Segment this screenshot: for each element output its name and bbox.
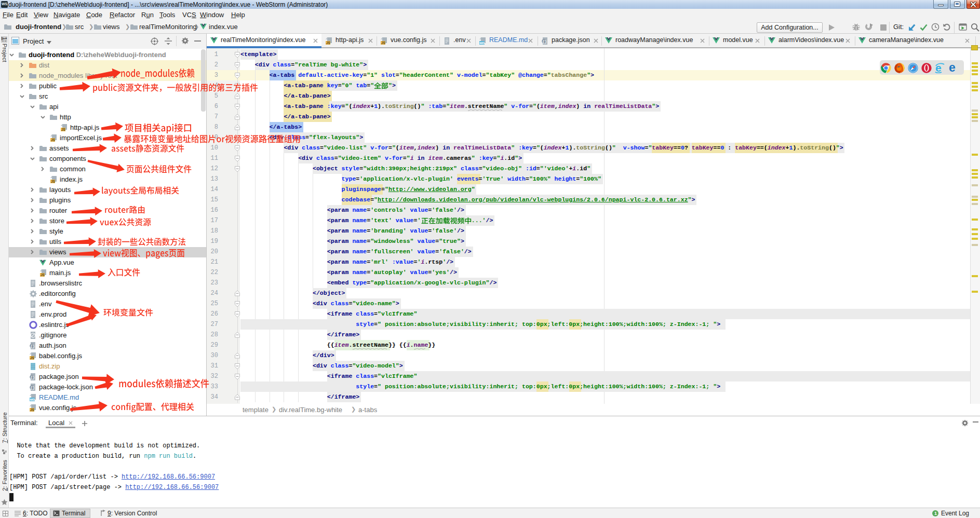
svg-text:JS: JS	[61, 128, 66, 131]
svg-text:JS: JS	[326, 41, 331, 45]
svg-text:MD: MD	[480, 41, 485, 45]
svg-text:{}: {}	[543, 39, 547, 44]
svg-text:MD: MD	[30, 398, 35, 401]
svg-text:JS: JS	[41, 273, 45, 277]
svg-text:JS: JS	[381, 41, 386, 45]
svg-text:JS: JS	[30, 356, 35, 360]
svg-text:{}: {}	[31, 386, 35, 390]
svg-text:e: e	[949, 63, 956, 73]
svg-text:{}: {}	[31, 344, 35, 348]
svg-text:JS: JS	[51, 138, 56, 142]
svg-text:{}: {}	[31, 375, 35, 379]
svg-text:JS: JS	[51, 180, 56, 183]
svg-text:JS: JS	[30, 408, 35, 412]
